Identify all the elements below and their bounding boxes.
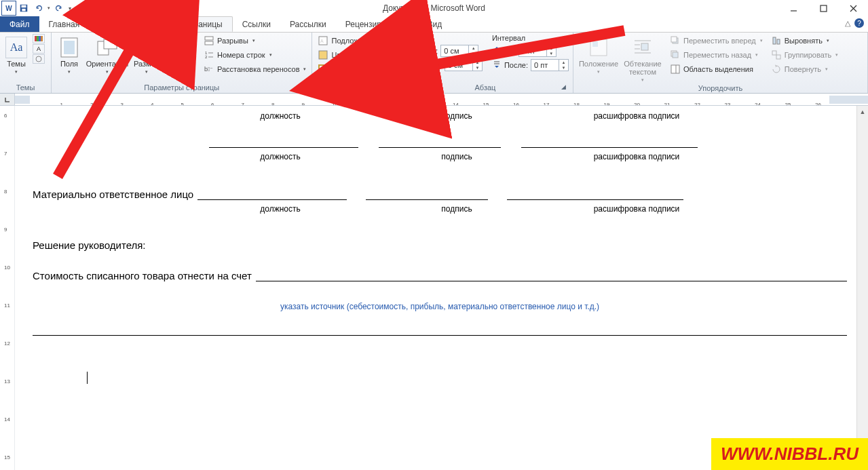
group-button[interactable]: Группировать▾ <box>770 48 840 62</box>
svg-rect-43 <box>641 43 648 50</box>
svg-text:2: 2 <box>205 55 208 59</box>
minimize-button[interactable] <box>778 0 808 16</box>
doc-label-signature-2: подпись <box>392 152 521 161</box>
qat-customize[interactable]: ▾ <box>67 1 73 16</box>
tab-home[interactable]: Главная <box>39 16 90 32</box>
help-icon[interactable]: ? <box>854 18 864 28</box>
svg-rect-20 <box>205 37 213 40</box>
svg-rect-16 <box>140 39 153 56</box>
ruler-area: 3211234567891011121314151617181920212223… <box>0 94 868 106</box>
redo-button[interactable] <box>52 1 67 16</box>
indent-left-input[interactable]: 0 см▲▼ <box>440 45 478 57</box>
title-bar: W ▾ ▾ Документ2 - Microsoft Word <box>0 0 868 16</box>
tab-selector[interactable] <box>0 94 15 105</box>
svg-rect-57 <box>776 55 780 59</box>
horizontal-ruler[interactable]: 3211234567891011121314151617181920212223… <box>15 94 868 105</box>
doc-responsible-label: Материально ответственное лицо <box>33 189 193 200</box>
qat-dropdown[interactable]: ▾ <box>46 1 52 16</box>
window-title: Документ2 - Microsoft Word <box>383 3 485 13</box>
tab-insert[interactable]: Вставка <box>89 16 138 32</box>
tab-review[interactable]: Рецензирование <box>336 16 418 32</box>
doc-label-signature-3: подпись <box>392 204 521 214</box>
themes-button[interactable]: Aa Темы ▾ <box>4 34 29 75</box>
watermark-button[interactable]: AПодложка▾ <box>316 34 392 47</box>
spacing-after-input[interactable]: 0 пт▲▼ <box>531 59 569 71</box>
svg-rect-10 <box>41 36 43 41</box>
tab-page-layout[interactable]: Разметка страницы <box>138 16 233 32</box>
wrap-text-button[interactable]: Обтекание текстом▾ <box>622 34 663 83</box>
document-area: 6789101112131415 должность подпись расши… <box>0 106 868 470</box>
doc-label-decipher: расшифровка подписи <box>521 111 752 121</box>
bring-forward-button[interactable]: Переместить вперед▾ <box>668 34 764 47</box>
svg-rect-15 <box>104 39 117 49</box>
svg-rect-19 <box>182 41 187 54</box>
doc-label-position-3: должность <box>168 204 392 214</box>
line-numbers-button[interactable]: 12Номера строк▾ <box>202 48 307 62</box>
send-backward-button[interactable]: Переместить назад▾ <box>668 48 764 62</box>
svg-rect-1 <box>22 5 26 8</box>
svg-rect-30 <box>319 65 327 73</box>
close-button[interactable] <box>838 0 868 16</box>
margins-button[interactable]: Поля▾ <box>56 34 83 75</box>
breaks-button[interactable]: Разрывы▾ <box>202 34 307 47</box>
page-borders-button[interactable]: Границы страниц <box>316 62 392 76</box>
doc-cost-label: Стоимость списанного товара отнести на с… <box>33 270 252 281</box>
svg-rect-55 <box>777 39 780 44</box>
svg-rect-4 <box>820 5 827 12</box>
svg-text:bͨ⁻: bͨ⁻ <box>204 66 213 73</box>
vertical-ruler[interactable]: 6789101112131415 <box>0 106 15 470</box>
quick-access-toolbar: W ▾ ▾ <box>0 1 73 16</box>
spacing-before-label: До: <box>504 47 516 55</box>
size-button[interactable]: Размер▾ <box>132 34 162 75</box>
doc-label-position: должность <box>168 111 392 121</box>
maximize-button[interactable] <box>808 0 838 16</box>
minimize-ribbon-icon[interactable]: △ <box>845 19 850 28</box>
tab-file[interactable]: Файл <box>0 16 39 32</box>
theme-effects-button[interactable] <box>33 54 45 64</box>
selection-pane-button[interactable]: Область выделения <box>668 62 764 76</box>
group-themes: Aa Темы ▾ A Темы <box>0 33 52 93</box>
svg-rect-21 <box>205 41 213 45</box>
scroll-up-button[interactable]: ▲ <box>857 106 868 117</box>
indent-right-icon <box>402 60 411 71</box>
watermark-banner: WWW.NIBBL.RU <box>711 438 868 470</box>
tab-view[interactable]: Вид <box>417 16 451 32</box>
group-page-setup: Поля▾ Ориентация▾ Размер▾ Колонки▾ Разры… <box>52 33 312 93</box>
word-icon[interactable]: W <box>1 1 16 16</box>
align-button[interactable]: Выровнять▾ <box>770 34 840 47</box>
orientation-button[interactable]: Ориентация▾ <box>86 34 129 75</box>
page-color-button[interactable]: Цвет страницы▾ <box>316 48 392 62</box>
svg-rect-9 <box>39 36 41 41</box>
vertical-scrollbar[interactable]: ▲ ▼ <box>856 106 868 470</box>
group-label-paragraph: Абзац◢ <box>402 82 569 93</box>
paragraph-launcher[interactable]: ◢ <box>559 83 567 92</box>
page-setup-launcher[interactable]: ◢ <box>298 83 306 92</box>
indent-right-input[interactable]: 0 см▲▼ <box>445 59 483 71</box>
indent-right-label: Справа: <box>414 61 442 69</box>
indent-left-label: Слева: <box>414 47 438 55</box>
document-page[interactable]: должность подпись расшифровка подписи до… <box>15 106 856 470</box>
save-button[interactable] <box>16 1 31 16</box>
theme-fonts-button[interactable]: A <box>33 44 45 54</box>
position-button[interactable]: Положение▾ <box>578 34 620 75</box>
svg-rect-13 <box>64 41 75 54</box>
tab-references[interactable]: Ссылки <box>233 16 280 32</box>
columns-button[interactable]: Колонки▾ <box>164 34 197 75</box>
spacing-before-input[interactable]: 0 пт▲▼ <box>518 45 556 57</box>
group-label-page-bg: Фон страницы <box>316 82 392 93</box>
theme-options: A <box>33 34 45 64</box>
tab-mailings[interactable]: Рассылки <box>280 16 336 32</box>
doc-hint-text: указать источник (себестоимость, прибыль… <box>33 302 847 311</box>
watermark-text: WWW.NIBBL.RU <box>721 444 858 464</box>
svg-rect-54 <box>773 37 776 44</box>
svg-point-11 <box>36 56 41 62</box>
group-paragraph: Отступ Слева: 0 см▲▼ Справа: 0 см▲▼ Инте… <box>398 33 573 93</box>
rotate-button[interactable]: Повернуть▾ <box>770 62 840 76</box>
svg-rect-2 <box>22 9 25 12</box>
svg-rect-49 <box>671 37 677 42</box>
undo-button[interactable] <box>31 1 46 16</box>
hyphenation-button[interactable]: bͨ⁻Расстановка переносов▾ <box>202 62 307 76</box>
theme-colors-button[interactable] <box>33 34 45 43</box>
spacing-after-label: После: <box>504 61 528 69</box>
svg-rect-8 <box>37 36 39 41</box>
